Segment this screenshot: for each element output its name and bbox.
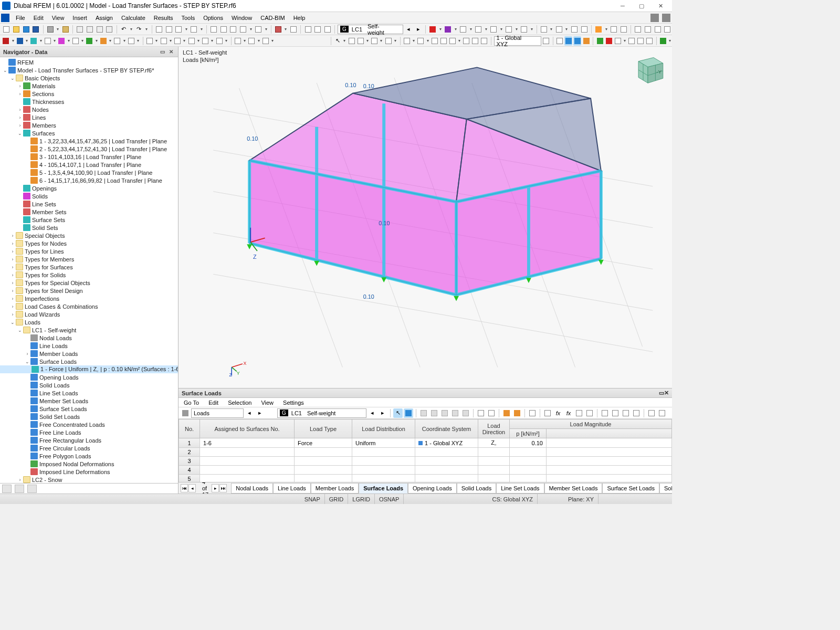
tree-row[interactable]: ›Types for Nodes bbox=[0, 239, 178, 247]
tab-first-button[interactable]: ⏮ bbox=[181, 484, 188, 492]
col-assigned[interactable]: Assigned to Surfaces No. bbox=[200, 419, 295, 438]
tree-row[interactable]: 3 - 101,4,103,16 | Load Transfer | Plane bbox=[0, 153, 178, 161]
menu-window[interactable]: Window bbox=[227, 13, 256, 23]
menu-insert[interactable]: Insert bbox=[68, 13, 91, 23]
tree-row[interactable]: 2 - 5,22,33,44,17,52,41,30 | Load Transf… bbox=[0, 145, 178, 153]
tree-arrow[interactable]: › bbox=[17, 107, 23, 112]
tree-row[interactable]: Solid Loads bbox=[0, 381, 178, 389]
tree-row[interactable]: ⌄Model - Load Transfer Surfaces - STEP B… bbox=[0, 66, 178, 74]
minimize-button[interactable]: ─ bbox=[613, 0, 632, 12]
tree-row[interactable]: ›Lines bbox=[0, 113, 178, 121]
panel-tab[interactable]: Line Set Loads bbox=[496, 483, 544, 494]
tab-next-button[interactable]: ▸ bbox=[212, 484, 219, 492]
undo-button[interactable]: ↶ bbox=[120, 25, 129, 34]
tree-arrow[interactable]: › bbox=[9, 304, 16, 309]
rotate-button[interactable] bbox=[219, 25, 228, 34]
tree-arrow[interactable]: ⌄ bbox=[2, 68, 8, 73]
tree-row[interactable]: Solid Set Loads bbox=[0, 413, 178, 421]
tree-row[interactable]: 5 - 1,3,5,4,94,100,90 | Load Transfer | … bbox=[0, 169, 178, 176]
print-button[interactable] bbox=[46, 25, 55, 34]
tree-row[interactable]: Solids bbox=[0, 192, 178, 200]
calc-button[interactable] bbox=[274, 25, 283, 34]
print-dropdown-icon[interactable]: ▾ bbox=[56, 25, 60, 34]
tree-arrow[interactable]: › bbox=[9, 257, 16, 262]
tree-row[interactable]: Surface Sets bbox=[0, 216, 178, 224]
zoom-window-button[interactable] bbox=[190, 25, 198, 34]
panel-tab[interactable]: Member Loads bbox=[311, 483, 359, 494]
tree-row[interactable]: ⌄LC1 - Self-weight bbox=[0, 326, 178, 334]
tree-row[interactable]: ›Types for Special Objects bbox=[0, 279, 178, 287]
paste-button[interactable] bbox=[86, 25, 94, 34]
panel-table[interactable]: No. Assigned to Surfaces No. Load Type L… bbox=[178, 419, 672, 482]
panel-tab[interactable]: Surface Loads bbox=[359, 483, 408, 494]
tree-arrow[interactable]: ⌄ bbox=[9, 320, 16, 325]
tab-last-button[interactable]: ⏭ bbox=[219, 484, 227, 492]
results-button[interactable] bbox=[289, 25, 298, 34]
tree-row[interactable]: 6 - 14,15,17,16,86,99,82 | Load Transfer… bbox=[0, 176, 178, 184]
nav-camera-button[interactable] bbox=[27, 485, 37, 493]
nav-eye-button[interactable] bbox=[15, 485, 24, 493]
tree-row[interactable]: ›Special Objects bbox=[0, 232, 178, 239]
tree-row[interactable]: ⌄Surface Loads bbox=[0, 358, 178, 365]
col-mag[interactable]: Load Magnitude bbox=[510, 419, 672, 429]
lc-next-button[interactable]: ▸ bbox=[414, 25, 423, 34]
menu-assign[interactable]: Assign bbox=[91, 13, 117, 23]
menu-help[interactable]: Help bbox=[289, 13, 310, 23]
tree-row[interactable]: Imposed Line Deformations bbox=[0, 468, 178, 476]
col-dir[interactable]: Load Direction bbox=[478, 419, 510, 438]
display-button[interactable] bbox=[254, 25, 263, 34]
panel-prev-button[interactable]: ◂ bbox=[245, 408, 254, 418]
delete-button[interactable] bbox=[95, 25, 104, 34]
redo-button[interactable]: ↷ bbox=[135, 25, 144, 34]
table-row[interactable]: 2 bbox=[179, 448, 672, 457]
tree-row[interactable]: Free Rectangular Loads bbox=[0, 436, 178, 444]
tree-arrow[interactable]: › bbox=[17, 83, 23, 89]
tree-row[interactable]: Solid Sets bbox=[0, 224, 178, 232]
close-button[interactable]: ✕ bbox=[651, 0, 670, 12]
tree-row[interactable]: 1 - 3,22,33,44,15,47,36,25 | Load Transf… bbox=[0, 137, 178, 145]
tree-arrow[interactable]: › bbox=[24, 351, 30, 356]
screenshot-button[interactable] bbox=[229, 25, 238, 34]
save-button[interactable] bbox=[32, 25, 40, 34]
tree-row[interactable]: ›Types for Members bbox=[0, 255, 178, 263]
panel-tab[interactable]: Opening Loads bbox=[408, 483, 457, 494]
panel-tab[interactable]: Solid Loads bbox=[457, 483, 497, 494]
tree-row[interactable]: Thicknesses bbox=[0, 98, 178, 106]
pan-button[interactable] bbox=[209, 25, 218, 34]
tree-row[interactable]: 4 - 105,14,107,1 | Load Transfer | Plane bbox=[0, 161, 178, 169]
tree-arrow[interactable]: › bbox=[9, 233, 16, 238]
panel-menu-selection[interactable]: Selection bbox=[226, 398, 254, 407]
loads-dropdown[interactable]: Loads bbox=[191, 408, 244, 418]
panel-menu-goto[interactable]: Go To bbox=[182, 398, 201, 407]
menu-results[interactable]: Results bbox=[150, 13, 177, 23]
status-cs[interactable]: CS: Global XYZ bbox=[488, 494, 538, 504]
menu-file[interactable]: File bbox=[12, 13, 29, 23]
tree-row[interactable]: Line Set Loads bbox=[0, 389, 178, 397]
close-view-icon[interactable] bbox=[662, 14, 670, 22]
menu-tools[interactable]: Tools bbox=[177, 13, 199, 23]
panel-tab[interactable]: Member Set Loads bbox=[544, 483, 603, 494]
coord-system-selector[interactable]: 1 - Global XYZ bbox=[494, 36, 541, 46]
table-row[interactable]: 5 bbox=[179, 475, 672, 482]
panel-tab[interactable]: Solid Set Loads bbox=[659, 483, 672, 494]
col-type[interactable]: Load Type bbox=[295, 419, 352, 438]
panel-close-icon[interactable]: ✕ bbox=[664, 390, 669, 396]
tree-arrow[interactable]: › bbox=[9, 265, 16, 270]
tree-arrow[interactable]: ⌄ bbox=[17, 328, 23, 333]
tree-arrow[interactable]: › bbox=[17, 91, 23, 97]
tree-row[interactable]: ›Nodes bbox=[0, 106, 178, 113]
open-button[interactable] bbox=[12, 25, 21, 34]
snap-toggle[interactable]: SNAP bbox=[300, 494, 325, 504]
tree-arrow[interactable]: › bbox=[9, 296, 16, 301]
tree-row[interactable]: ›Materials bbox=[0, 82, 178, 90]
lc-prev-button[interactable]: ◂ bbox=[404, 25, 413, 34]
tree-row[interactable]: ›Load Cases & Combinations bbox=[0, 302, 178, 310]
tree-arrow[interactable]: › bbox=[9, 280, 16, 286]
tree-row[interactable]: Member Set Loads bbox=[0, 397, 178, 405]
tree-arrow[interactable]: › bbox=[9, 241, 16, 246]
surface-tool[interactable] bbox=[30, 36, 38, 46]
tree-arrow[interactable]: › bbox=[17, 123, 23, 128]
model-viewport[interactable]: LC1 - Self-weight Loads [kN/m²] bbox=[178, 47, 672, 388]
tree-row[interactable]: Surface Set Loads bbox=[0, 405, 178, 413]
tree-row[interactable]: ⌄Basic Objects bbox=[0, 74, 178, 82]
